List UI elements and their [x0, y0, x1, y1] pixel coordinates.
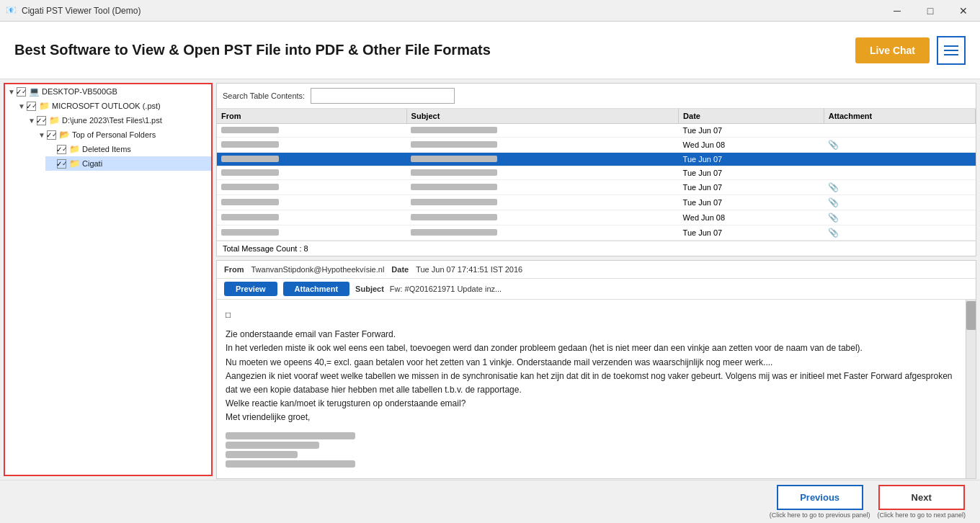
- cell-subject: [406, 153, 678, 166]
- cell-subject: [406, 124, 678, 138]
- tree-label: DESKTOP-VB500GB: [42, 87, 117, 96]
- table-row[interactable]: Tue Jun 07📎: [217, 195, 976, 210]
- col-date: Date: [679, 109, 824, 124]
- cell-attachment: 📎: [824, 210, 975, 225]
- email-body-layout: □ Zie onderstaande email van Faster Forw…: [217, 300, 976, 478]
- blurred-signature: [226, 432, 957, 468]
- tree-checkbox[interactable]: ✓: [27, 102, 36, 111]
- folder-icon: 📁: [38, 100, 50, 112]
- email-scrollbar[interactable]: [966, 300, 976, 478]
- table-row[interactable]: Tue Jun 07: [217, 166, 976, 180]
- blurred-line-3: [226, 451, 298, 458]
- previous-button[interactable]: Previous: [777, 485, 863, 510]
- table-row[interactable]: Wed Jun 08📎: [217, 210, 976, 225]
- cell-from: [217, 225, 406, 241]
- table-row[interactable]: Wed Jun 08📎: [217, 138, 976, 153]
- cell-from: [217, 210, 406, 225]
- window-controls: ─ □ ✕: [881, 0, 980, 22]
- app-title: Best Software to View & Open PST File in…: [14, 42, 855, 58]
- email-paragraph: Zie onderstaande email van Faster Forwar…: [226, 328, 957, 341]
- tree-checkbox[interactable]: ✓: [57, 145, 66, 154]
- tree-label: MICROSOFT OUTLOOK (.pst): [52, 102, 161, 110]
- search-input[interactable]: [311, 88, 455, 104]
- titlebar: 📧 Cigati PST Viewer Tool (Demo) ─ □ ✕: [0, 0, 980, 22]
- cell-date: Wed Jun 08: [679, 210, 824, 225]
- cell-attachment: [824, 166, 975, 180]
- next-button[interactable]: Next: [878, 485, 965, 510]
- col-subject: Subject: [406, 109, 678, 124]
- total-count: Total Message Count : 8: [217, 241, 976, 256]
- cell-date: Tue Jun 07: [679, 195, 824, 210]
- previous-hint: (Click here to go to previous panel): [770, 511, 870, 519]
- email-body-content: Zie onderstaande email van Faster Forwar…: [226, 328, 957, 424]
- next-hint: (Click here to go to next panel): [877, 511, 966, 519]
- menu-line-2: [944, 50, 958, 51]
- cell-date: Tue Jun 07: [679, 180, 824, 195]
- cell-date: Tue Jun 07: [679, 225, 824, 241]
- from-value: TwanvanStipdonk@Hypotheekvísie.nl: [251, 265, 385, 274]
- cell-attachment: 📎: [824, 138, 975, 153]
- date-label: Date: [391, 265, 409, 274]
- scrollbar-thumb[interactable]: [966, 301, 976, 330]
- cell-date: Tue Jun 07: [679, 124, 824, 138]
- cell-from: [217, 195, 406, 210]
- preview-button[interactable]: Preview: [224, 282, 277, 296]
- attachment-icon: 📎: [828, 182, 839, 192]
- attachment-icon: 📎: [828, 197, 839, 207]
- table-row[interactable]: Tue Jun 07: [217, 124, 976, 138]
- subject-label: Subject: [355, 285, 384, 293]
- next-nav: Next (Click here to go to next panel): [877, 485, 966, 519]
- email-paragraph: Met vriendelijke groet,: [226, 411, 957, 424]
- attachment-icon: 📎: [828, 213, 839, 223]
- tree-item-desktop[interactable]: ▼ ✓ 💻 DESKTOP-VB500GB: [5, 84, 211, 99]
- cell-from: [217, 166, 406, 180]
- cell-subject: [406, 225, 678, 241]
- table-row[interactable]: Tue Jun 07: [217, 153, 976, 166]
- app-icon: 📧: [6, 5, 17, 17]
- minimize-button[interactable]: ─: [881, 0, 914, 22]
- blurred-line-1: [226, 432, 355, 439]
- tree-item-pst[interactable]: ▼ ✓ 📁 D:\june 2023\Test Files\1.pst: [25, 113, 211, 128]
- cell-subject: [406, 195, 678, 210]
- tree-item-outlook[interactable]: ▼ ✓ 📁 MICROSOFT OUTLOOK (.pst): [15, 99, 211, 113]
- message-table: From Subject Date Attachment Tue Jun 07W…: [217, 109, 976, 241]
- col-attachment: Attachment: [824, 109, 975, 124]
- email-checkbox: □: [226, 308, 957, 322]
- email-paragraph: Nu moeten we opeens 40,= excl. gaan beta…: [226, 356, 957, 370]
- search-bar: Search Table Contents:: [217, 84, 976, 109]
- email-paragraph: In het verleden miste ik ook wel eens ee…: [226, 341, 957, 355]
- titlebar-title: Cigati PST Viewer Tool (Demo): [22, 6, 141, 16]
- maximize-button[interactable]: □: [914, 0, 947, 22]
- cell-from: [217, 138, 406, 153]
- cell-from: [217, 153, 406, 166]
- tree-checkbox[interactable]: ✓: [47, 130, 56, 140]
- live-chat-button[interactable]: Live Chat: [855, 37, 930, 63]
- attachment-icon: 📎: [828, 140, 839, 150]
- tree-checkbox[interactable]: ✓: [17, 87, 26, 97]
- tree-item-deleted[interactable]: ✓ 📁 Deleted Items: [45, 142, 211, 156]
- cell-date: Wed Jun 08: [679, 138, 824, 153]
- folder-icon: 📁: [68, 158, 80, 169]
- from-label: From: [224, 265, 244, 274]
- cell-subject: [406, 210, 678, 225]
- tree-checkbox[interactable]: ✓: [57, 159, 66, 169]
- cell-from: [217, 180, 406, 195]
- menu-line-1: [944, 45, 958, 47]
- cell-subject: [406, 166, 678, 180]
- attachment-button[interactable]: Attachment: [283, 282, 350, 296]
- close-button[interactable]: ✕: [947, 0, 980, 22]
- cell-attachment: [824, 124, 975, 138]
- folder-tree-panel: ▼ ✓ 💻 DESKTOP-VB500GB ▼ ✓ 📁 MICROSOFT OU…: [4, 83, 213, 476]
- email-from-bar: From TwanvanStipdonk@Hypotheekvísie.nl D…: [217, 261, 976, 279]
- table-row[interactable]: Tue Jun 07📎: [217, 225, 976, 241]
- folder-icon: 📁: [48, 115, 60, 126]
- attachment-icon: 📎: [828, 228, 839, 238]
- menu-button[interactable]: [937, 36, 966, 65]
- cell-from: [217, 124, 406, 138]
- tree-item-top-personal[interactable]: ▼ ✓ 📂 Top of Personal Folders: [35, 128, 211, 142]
- tree-item-cigati[interactable]: ✓ 📁 Cigati: [45, 156, 211, 171]
- col-from: From: [217, 109, 406, 124]
- table-row[interactable]: Tue Jun 07📎: [217, 180, 976, 195]
- tree-checkbox[interactable]: ✓: [37, 116, 46, 125]
- email-paragraph: Welke reactie kan/moet ik terugsturen op…: [226, 397, 957, 411]
